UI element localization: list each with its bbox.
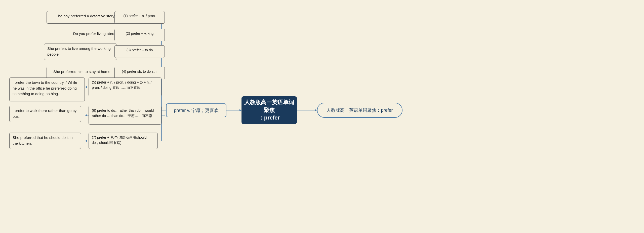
svg-marker-25: [85, 140, 87, 142]
example-node-3: She prefers to live among the working pe…: [44, 44, 117, 60]
example-node-6: I prefer to walk there rather than go by…: [9, 106, 81, 122]
right-output-label: 人教版高一英语单词聚焦：prefer: [327, 107, 393, 113]
prefer-v-label: prefer v. 宁愿；更喜欢: [174, 107, 219, 113]
pattern-node-2: (2) prefer + v. -ing: [114, 29, 165, 41]
pattern-node-5: (5) prefer + n. / pron. / doing + to + n…: [89, 77, 162, 96]
pattern-node-6: (6) prefer to do…rather than do = would …: [89, 106, 162, 125]
svg-marker-29: [315, 109, 317, 111]
prefer-v-node: prefer v. 宁愿；更喜欢: [166, 103, 226, 117]
svg-marker-27: [239, 109, 242, 111]
pattern-node-1: (1) prefer + n. / pron.: [114, 11, 165, 24]
pattern-node-3: (3) prefer + to do: [114, 45, 165, 58]
svg-marker-22: [85, 114, 87, 116]
example-node-1: The boy preferred a detective story.: [47, 11, 125, 24]
mind-map: 人教版高一英语单词聚焦 ：prefer 人教版高一英语单词聚焦：prefer p…: [0, 0, 644, 233]
pattern-node-7: (7) prefer + 从句(谓语动词用should do，should可省略…: [89, 133, 158, 149]
center-text: 人教版高一英语单词聚焦 ：prefer: [244, 99, 294, 122]
svg-marker-19: [85, 86, 87, 88]
example-node-5: I prefer the town to the country. / Whil…: [9, 77, 85, 101]
right-output-node: 人教版高一英语单词聚焦：prefer: [317, 103, 403, 118]
center-node: 人教版高一英语单词聚焦 ：prefer: [242, 96, 297, 124]
example-node-7: She preferred that he should do it in th…: [9, 133, 81, 149]
